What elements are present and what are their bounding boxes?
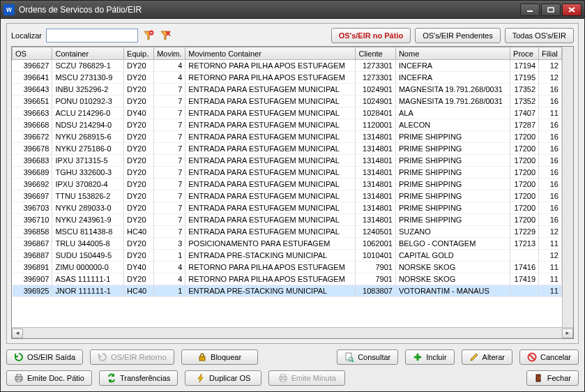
refresh-green-icon <box>14 352 24 362</box>
cell: 17213 <box>510 238 539 250</box>
emite-doc-button[interactable]: Emite Doc. Pátio <box>6 370 92 386</box>
duplicar-os-button[interactable]: Duplicar OS <box>185 370 261 386</box>
svg-rect-1 <box>548 8 554 12</box>
transferencias-button[interactable]: Transferências <box>99 370 178 386</box>
funnel-clear-icon[interactable] <box>159 29 172 42</box>
search-input[interactable] <box>46 29 138 43</box>
cell: 7 <box>154 155 185 167</box>
table-row[interactable]: 396891ZIMU 000000-0DY404RETORNO PARA PIL… <box>13 262 562 273</box>
col-movim[interactable]: Movim. <box>154 47 185 60</box>
table-row[interactable]: 396641MSCU 273130-9DY204RETORNO PARA PIL… <box>13 72 562 84</box>
cell: BELGO - CONTAGEM <box>395 238 510 250</box>
cell: 1314801 <box>356 143 395 155</box>
incluir-button[interactable]: Incluir <box>405 349 454 365</box>
table-row[interactable]: 396887SUDU 150449-5DY201ENTRADA PRE-STAC… <box>13 250 562 262</box>
cell: 396641 <box>13 72 52 84</box>
table-row[interactable]: 396651PONU 010292-3DY207ENTRADA PARA EST… <box>13 96 562 107</box>
emite-minuta-button[interactable]: Emite Minuta <box>268 370 345 386</box>
table-row[interactable]: 396867TRLU 344005-8DY203POSICIONAMENTO P… <box>13 238 562 250</box>
cell: 16 <box>539 155 562 167</box>
funnel-remove-icon[interactable] <box>142 29 155 42</box>
cell: ENTRADA PARA ESTUFAGEM MUNICIPAL <box>185 96 356 107</box>
cell: SCZU 786829-1 <box>52 60 124 72</box>
consultar-button[interactable]: Consultar <box>337 349 398 365</box>
plus-icon <box>413 352 423 362</box>
cell: 17229 <box>510 226 539 238</box>
cell: 1 <box>154 285 185 297</box>
cell: 1028401 <box>356 107 395 119</box>
titlebar: w Ordens de Servicos do Pátio/EIR <box>1 1 584 19</box>
fechar-button[interactable]: Fechar <box>526 370 579 386</box>
horizontal-scrollbar[interactable]: ◄ ► <box>12 327 573 338</box>
cell: RETORNO PARA PILHA APOS ESTUFAGEM <box>185 60 356 72</box>
table-row[interactable]: 396668NDSU 214294-0DY207ENTRADA PARA EST… <box>13 119 562 131</box>
col-equip[interactable]: Equip. <box>124 47 154 60</box>
cell: 1083807 <box>356 285 395 297</box>
col-cliente[interactable]: Cliente <box>356 47 395 60</box>
col-os[interactable]: OS <box>13 47 52 60</box>
cell: 7 <box>154 84 185 96</box>
table-row[interactable]: 396643INBU 325296-2DY207ENTRADA PARA EST… <box>13 84 562 96</box>
cancelar-button[interactable]: Cancelar <box>519 349 579 365</box>
minimize-button[interactable] <box>520 3 540 16</box>
bolt-icon <box>196 373 206 383</box>
table-row[interactable]: 396697TTNU 153826-2DY207ENTRADA PARA EST… <box>13 190 562 202</box>
data-table[interactable]: OS Container Equip. Movim. Movimento Con… <box>12 47 562 297</box>
close-button[interactable] <box>562 3 582 16</box>
table-row[interactable]: 396925JNOR 111111-1HC401ENTRADA PRE-STAC… <box>13 285 562 297</box>
table-row[interactable]: 396663ACLU 214296-0DY407ENTRADA PARA EST… <box>13 107 562 119</box>
cell: INBU 325296-2 <box>52 84 124 96</box>
scroll-right-icon[interactable]: ► <box>562 329 573 338</box>
svg-rect-7 <box>199 356 205 361</box>
cell: HC40 <box>124 285 154 297</box>
filter-pendentes-button[interactable]: OS's/EIR Pendentes <box>415 28 501 43</box>
cell: PRIME SHIPPING <box>395 214 510 226</box>
table-row[interactable]: 396907ASAS 111111-1DY204RETORNO PARA PIL… <box>13 273 562 285</box>
table-row[interactable]: 396710NYKU 243961-9DY207ENTRADA PARA EST… <box>13 214 562 226</box>
col-proce[interactable]: Proce <box>510 47 539 60</box>
cell: 1024901 <box>356 96 395 107</box>
cell: DY20 <box>124 202 154 214</box>
col-filial[interactable]: Filial <box>539 47 562 60</box>
cell <box>510 285 539 297</box>
cell: VOTORANTIM - MANAUS <box>395 285 510 297</box>
cell: 396643 <box>13 84 52 96</box>
cell: ZIMU 000000-0 <box>52 262 124 273</box>
maximize-button[interactable] <box>541 3 561 16</box>
table-row[interactable]: 396689TGHU 332600-3DY207ENTRADA PARA EST… <box>13 167 562 179</box>
table-row[interactable]: 396627SCZU 786829-1DY204RETORNO PARA PIL… <box>13 60 562 72</box>
cell: 7901 <box>356 273 395 285</box>
table-row[interactable]: 396672NYKU 268915-6DY207ENTRADA PARA EST… <box>13 131 562 143</box>
col-container[interactable]: Container <box>52 47 124 60</box>
cell: 17195 <box>510 72 539 84</box>
scroll-left-icon[interactable]: ◄ <box>12 329 23 338</box>
cell: MSCU 273130-9 <box>52 72 124 84</box>
filter-todas-button[interactable]: Todas OS's/EIR <box>505 28 574 43</box>
cell: MAGNESITA 19.791.268/0031 <box>395 84 510 96</box>
table-row[interactable]: 396692IPXU 370820-4DY207ENTRADA PARA EST… <box>13 179 562 190</box>
cell: ENTRADA PARA ESTUFAGEM MUNICIPAL <box>185 190 356 202</box>
cell <box>510 250 539 262</box>
table-row[interactable]: 396703NYKU 289033-0DY207ENTRADA PARA EST… <box>13 202 562 214</box>
cell: 1273301 <box>356 72 395 84</box>
os-eir-saida-button[interactable]: OS/EIR Saída <box>6 349 83 365</box>
table-row[interactable]: 396678NYKU 275186-0DY207ENTRADA PARA EST… <box>13 143 562 155</box>
incluir-label: Incluir <box>426 353 446 361</box>
os-eir-retorno-button[interactable]: OS/EIR Retorno <box>90 349 174 365</box>
table-row[interactable]: 396858MSCU 811438-8HC407ENTRADA PARA EST… <box>13 226 562 238</box>
cancel-icon <box>527 352 537 362</box>
alterar-button[interactable]: Alterar <box>462 349 512 365</box>
cell: 1273301 <box>356 60 395 72</box>
bloquear-button[interactable]: Bloquear <box>181 349 258 365</box>
cell: 396672 <box>13 131 52 143</box>
table-row[interactable]: 396683IPXU 371315-5DY207ENTRADA PARA EST… <box>13 155 562 167</box>
cell: 12 <box>539 250 562 262</box>
cell: CAPITAL GOLD <box>395 250 510 262</box>
vertical-scrollbar[interactable] <box>562 47 573 327</box>
cell: 396689 <box>13 167 52 179</box>
filter-no-patio-button[interactable]: OS's/EIR no Pátio <box>331 28 411 43</box>
cell: ENTRADA PARA ESTUFAGEM MUNICIPAL <box>185 214 356 226</box>
col-mov-container[interactable]: Movimento Container <box>185 47 356 60</box>
col-nome[interactable]: Nome <box>395 47 510 60</box>
cell: NYKU 268915-6 <box>52 131 124 143</box>
